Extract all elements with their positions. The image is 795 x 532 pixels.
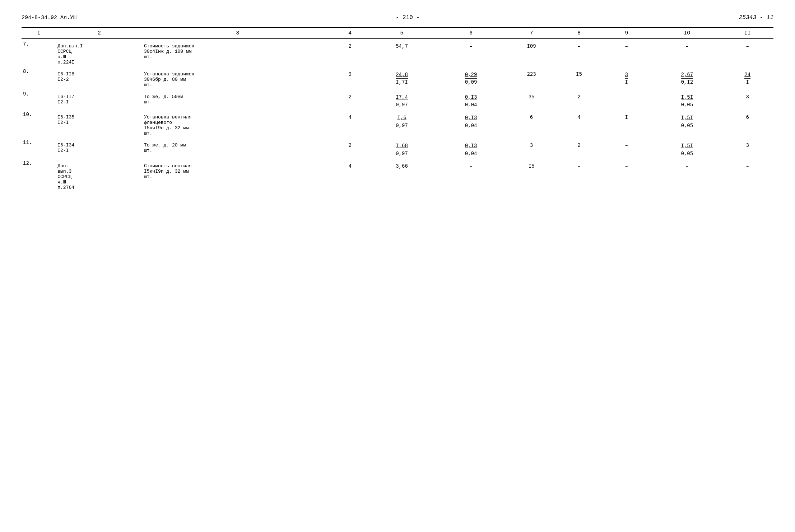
main-table: I 2 3 4 5 6 7 8 9 IO II 7.Доп.вып.IССРСЦ… [22,27,773,192]
table-cell: – [557,158,600,192]
table-cell-fraction: I,5I0,05 [652,137,722,158]
table-cell: 2 [333,89,367,109]
table-row: 9.I6-II7I2-IТо же, д. 50ммшт.2I7,40,970,… [22,89,773,109]
table-cell: – [436,39,506,66]
col-header-1: I [22,28,56,39]
table-cell: – [601,137,652,158]
table-cell-fraction: I7,40,97 [367,89,437,109]
header-center: - 210 - [396,14,420,21]
col-header-9: 9 [601,28,652,39]
col-header-11: II [722,28,773,39]
table-cell: 3,66 [367,158,437,192]
table-cell: 54,7 [367,39,437,66]
table-cell: I6-I34I2-I [56,137,143,158]
table-cell: 3 [722,89,773,109]
table-cell: – [601,39,652,66]
table-cell: 9 [333,66,367,89]
table-cell-fraction: 0,290,09 [436,66,506,89]
table-cell: 9. [22,89,56,109]
table-cell-fraction: I,5I0,05 [652,109,722,137]
table-cell: 2 [557,137,600,158]
table-cell: 35 [506,89,557,109]
table-row: 11.I6-I34I2-IТо же, д. 20 ммшт.2I,680,97… [22,137,773,158]
table-cell: I6-II7I2-I [56,89,143,109]
table-cell: Доп.вып.3ССРСЦч.Шп.2764 [56,158,143,192]
table-row: 12.Доп.вып.3ССРСЦч.Шп.2764Стоимость вент… [22,158,773,192]
table-cell-fraction: 2,670,I2 [652,66,722,89]
table-cell: 12. [22,158,56,192]
table-cell: – [722,39,773,66]
table-cell: 2 [557,89,600,109]
col-header-2: 2 [56,28,143,39]
col-header-5: 5 [367,28,437,39]
table-cell-fraction: 3I [601,66,652,89]
table-cell: 8. [22,66,56,89]
table-cell-fraction: 0,I30,04 [436,109,506,137]
header-left: 294-8-34.92 Ал.УШ [22,15,76,21]
page-header: 294-8-34.92 Ал.УШ - 210 - 25343 - 11 [22,14,773,21]
table-cell: 6 [722,109,773,137]
table-cell-fraction: 0,I30,04 [436,89,506,109]
col-header-6: 6 [436,28,506,39]
table-cell: 4 [333,158,367,192]
col-header-7: 7 [506,28,557,39]
table-cell: Стоимость вентиляI5кчI9п д. 32 ммшт. [143,158,333,192]
table-cell: 6 [506,109,557,137]
table-cell: 11. [22,137,56,158]
table-cell: I5 [557,66,600,89]
table-header-row: I 2 3 4 5 6 7 8 9 IO II [22,28,773,39]
col-header-3: 3 [143,28,333,39]
table-cell: I6-I35I2-I [56,109,143,137]
table-cell: То же, д. 20 ммшт. [143,137,333,158]
table-cell-fraction: 0,I30,04 [436,137,506,158]
table-cell: 3 [506,137,557,158]
table-cell: – [436,158,506,192]
table-cell-fraction: I,60,97 [367,109,437,137]
table-cell: – [601,89,652,109]
table-cell: – [722,158,773,192]
table-cell: 4 [333,109,367,137]
col-header-8: 8 [557,28,600,39]
table-cell: То же, д. 50ммшт. [143,89,333,109]
table-cell: I6-II8I2-2 [56,66,143,89]
table-cell: – [601,158,652,192]
table-cell-fraction: I,5I0,05 [652,89,722,109]
table-row: 8.I6-II8I2-2Установка задвижек30ч6бр д. … [22,66,773,89]
table-cell: 4 [557,109,600,137]
table-cell: 7. [22,39,56,66]
table-cell-fraction: I,680,97 [367,137,437,158]
table-cell: – [652,39,722,66]
table-cell-fraction: 24I [722,66,773,89]
table-cell: 2 [333,39,367,66]
table-cell: I [601,109,652,137]
col-header-10: IO [652,28,722,39]
table-cell: 10. [22,109,56,137]
table-cell: Установка вентиляфланцевогоI5кчI9п д. 32… [143,109,333,137]
table-cell: Стоимость задвижек30с4Iнж д. 100 ммшт. [143,39,333,66]
table-cell-fraction: 24,8I,7I [367,66,437,89]
table-cell: I09 [506,39,557,66]
table-cell: – [557,39,600,66]
table-row: 7.Доп.вып.IССРСЦч.Шп.224IСтоимость задви… [22,39,773,66]
table-cell: I5 [506,158,557,192]
header-right: 25343 - 11 [739,14,773,21]
table-cell: 2 [333,137,367,158]
table-cell: – [652,158,722,192]
table-row: 10.I6-I35I2-IУстановка вентиляфланцевого… [22,109,773,137]
table-cell: Доп.вып.IССРСЦч.Шп.224I [56,39,143,66]
table-cell: 223 [506,66,557,89]
col-header-4: 4 [333,28,367,39]
table-cell: Установка задвижек30ч6бр д. 80 ммшт. [143,66,333,89]
table-cell: 3 [722,137,773,158]
